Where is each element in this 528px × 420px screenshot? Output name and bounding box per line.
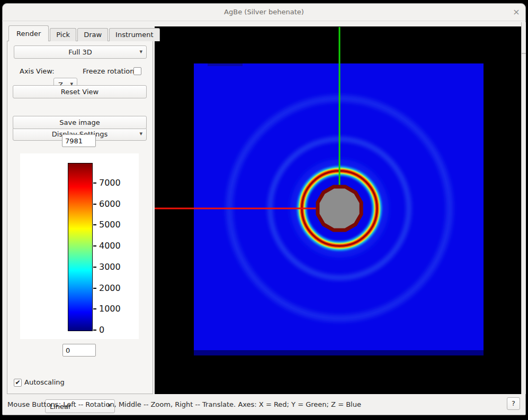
chevron-down-icon: ▾ (139, 130, 142, 137)
chevron-down-icon: ▾ (139, 48, 142, 55)
detector-canvas (155, 26, 521, 394)
reset-view-label: Reset View (61, 88, 99, 96)
render-viewport[interactable] (155, 26, 521, 394)
scrollbar-thumb[interactable] (522, 22, 526, 54)
reset-view-button[interactable]: Reset View (13, 85, 147, 98)
colorbar-tick-label: 2000 (99, 282, 121, 293)
colorbar-tick-label: 0 (99, 324, 104, 334)
close-icon[interactable]: × (508, 4, 524, 20)
tab-bar: RenderPickDrawInstrument (8, 25, 160, 41)
viewport-scrollbar[interactable] (521, 22, 526, 394)
colorbar-tick-mark (93, 224, 96, 225)
save-image-label: Save image (59, 118, 100, 126)
colorbar-tick-mark (93, 308, 96, 309)
autoscaling-label: Autoscaling (24, 378, 65, 386)
colorbar-tick-mark (93, 288, 96, 289)
freeze-rotation-label: Freeze rotation (83, 67, 135, 75)
colorbar-tick-label: 1000 (99, 304, 121, 314)
min-scale-input[interactable] (62, 344, 96, 357)
colorbar-tick-label: 7000 (99, 178, 121, 188)
colorbar-panel: 70006000500040003000200010000 (20, 153, 139, 339)
colorbar-tick-mark (93, 182, 96, 184)
colorbar-tick-label: 6000 (99, 198, 121, 208)
colorbar-tick-mark (93, 267, 96, 268)
colorbar-tick-label: 5000 (99, 220, 121, 230)
render-mode-value: Full 3D (68, 48, 92, 56)
title-bar[interactable]: AgBe (Silver behenate) (2, 3, 526, 21)
render-mode-select[interactable]: Full 3D ▾ (14, 45, 147, 59)
colorbar-gradient (68, 163, 93, 331)
colorbar-tick-mark (93, 204, 96, 205)
colorbar-tick-mark (93, 330, 96, 331)
colorbar-tick-label: 4000 (99, 241, 121, 251)
freeze-rotation-checkbox[interactable] (133, 67, 141, 75)
beamstop-polygon (318, 187, 361, 230)
colorbar-tick-label: 3000 (99, 261, 121, 271)
tab-render[interactable]: Render (8, 25, 49, 41)
tab-draw[interactable]: Draw (77, 28, 108, 41)
tab-instrument[interactable]: Instrument (109, 28, 160, 41)
save-image-button[interactable]: Save image (13, 116, 147, 129)
status-bar-text: Mouse Buttons: Left -- Rotation, Middle … (7, 396, 484, 414)
window-title: AgBe (Silver behenate) (224, 8, 304, 16)
axis-view-label: Axis View: (20, 67, 55, 75)
colorbar-tick-mark (93, 245, 96, 246)
help-button[interactable]: ? (507, 397, 520, 410)
autoscaling-checkbox[interactable]: ✔ (14, 379, 22, 387)
max-scale-input[interactable] (62, 134, 96, 147)
tab-pick[interactable]: Pick (50, 28, 76, 41)
